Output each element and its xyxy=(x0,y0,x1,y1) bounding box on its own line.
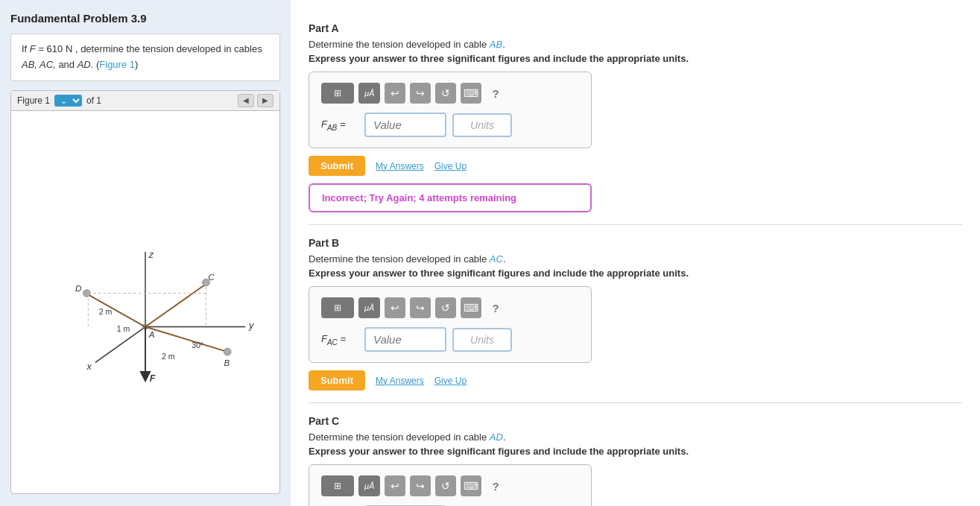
refresh-button-b[interactable]: ↺ xyxy=(435,297,456,318)
figure-body: z y x A B 30° C xyxy=(11,111,279,493)
undo-button-a[interactable]: ↩ xyxy=(385,83,405,104)
svg-text:2 m: 2 m xyxy=(99,308,113,317)
part-a-units-button[interactable]: Units xyxy=(452,113,512,137)
part-a-cable: AB xyxy=(490,39,502,50)
part-a-submit-button[interactable]: Submit xyxy=(309,156,365,176)
part-b-units-button[interactable]: Units xyxy=(452,328,512,352)
grid-button-a[interactable]: ⊞ xyxy=(321,83,354,104)
part-a-actions: Submit My Answers Give Up xyxy=(309,156,962,176)
part-c-answer-box: ⊞ μÅ ↩ ↪ ↺ ⌨ ? FAD = Units xyxy=(309,464,592,506)
refresh-button-a[interactable]: ↺ xyxy=(435,83,456,104)
svg-text:C: C xyxy=(208,273,215,282)
part-c-toolbar: ⊞ μÅ ↩ ↪ ↺ ⌨ ? xyxy=(321,475,579,496)
undo-button-c[interactable]: ↩ xyxy=(385,475,405,496)
part-c-cable: AD xyxy=(490,431,503,443)
grid-button-c[interactable]: ⊞ xyxy=(321,475,354,496)
next-figure-button[interactable]: ▶ xyxy=(257,94,274,107)
part-a-input-row: FAB = Units xyxy=(321,113,579,137)
svg-text:y: y xyxy=(248,321,254,332)
svg-point-9 xyxy=(224,349,231,356)
mu-button-b[interactable]: μÅ xyxy=(358,297,380,318)
part-b-input-row: FAC = Units xyxy=(321,327,579,352)
part-a-value-input[interactable] xyxy=(364,113,446,137)
svg-text:A: A xyxy=(148,330,155,339)
prev-figure-button[interactable]: ◀ xyxy=(238,94,254,107)
figure-diagram: z y x A B 30° C xyxy=(19,216,272,388)
figure-of: of 1 xyxy=(86,95,101,106)
refresh-button-c[interactable]: ↺ xyxy=(435,475,456,496)
part-b-my-answers-button[interactable]: My Answers xyxy=(376,376,424,386)
part-a-answer-box: ⊞ μÅ ↩ ↪ ↺ ⌨ ? FAB = Units xyxy=(309,72,592,148)
svg-line-8 xyxy=(145,327,227,352)
right-panel: Part A Determine the tension developed i… xyxy=(291,0,980,506)
part-b-value-input[interactable] xyxy=(364,327,446,352)
figure-link[interactable]: Figure 1 xyxy=(99,59,135,70)
part-a-feedback: Incorrect; Try Again; 4 attempts remaini… xyxy=(309,183,592,212)
part-a-equation-label: FAB = xyxy=(321,118,358,132)
svg-text:2 m: 2 m xyxy=(162,352,175,361)
svg-line-15 xyxy=(88,295,145,327)
part-b-actions: Submit My Answers Give Up xyxy=(309,370,962,390)
part-b-give-up-button[interactable]: Give Up xyxy=(434,376,467,386)
svg-line-12 xyxy=(145,284,206,327)
part-b-equation-label: FAC = xyxy=(321,333,358,347)
left-panel: Fundamental Problem 3.9 If F = 610 N , d… xyxy=(0,0,291,506)
help-button-c[interactable]: ? xyxy=(486,475,505,496)
keyboard-button-a[interactable]: ⌨ xyxy=(461,83,481,104)
help-button-b[interactable]: ? xyxy=(486,297,505,318)
svg-text:z: z xyxy=(148,250,154,260)
problem-description: If F = 610 N , determine the tension dev… xyxy=(10,34,280,81)
part-b-submit-button[interactable]: Submit xyxy=(309,370,365,390)
part-a-give-up-button[interactable]: Give Up xyxy=(434,161,467,171)
undo-button-b[interactable]: ↩ xyxy=(385,297,405,318)
redo-button-b[interactable]: ↪ xyxy=(410,297,431,318)
part-a-toolbar: ⊞ μÅ ↩ ↪ ↺ ⌨ ? xyxy=(321,83,579,104)
grid-button-b[interactable]: ⊞ xyxy=(321,297,354,318)
part-c-instruction: Express your answer to three significant… xyxy=(309,446,962,457)
redo-button-a[interactable]: ↪ xyxy=(410,83,431,104)
part-b-toolbar: ⊞ μÅ ↩ ↪ ↺ ⌨ ? xyxy=(321,297,579,318)
svg-text:30°: 30° xyxy=(192,341,203,350)
part-a-instruction: Express your answer to three significant… xyxy=(309,53,962,64)
part-a-title: Part A xyxy=(309,22,962,34)
figure-select[interactable]: ⌄ xyxy=(54,95,82,107)
part-a-section: Part A Determine the tension developed i… xyxy=(309,10,962,225)
svg-text:x: x xyxy=(86,361,92,372)
figure-label: Figure 1 xyxy=(17,95,50,106)
svg-text:D: D xyxy=(75,284,81,293)
keyboard-button-c[interactable]: ⌨ xyxy=(461,475,481,496)
svg-text:1 m: 1 m xyxy=(117,325,130,334)
part-b-answer-box: ⊞ μÅ ↩ ↪ ↺ ⌨ ? FAC = Units xyxy=(309,286,592,363)
part-c-title: Part C xyxy=(309,415,962,427)
part-b-section: Part B Determine the tension developed i… xyxy=(309,225,962,403)
svg-text:F: F xyxy=(150,374,156,385)
part-b-instruction: Express your answer to three significant… xyxy=(309,268,962,279)
figure-container: Figure 1 ⌄ of 1 ◀ ▶ z y x xyxy=(10,90,280,494)
help-button-a[interactable]: ? xyxy=(486,83,505,104)
part-b-subtitle: Determine the tension developed in cable… xyxy=(309,253,962,265)
part-a-subtitle: Determine the tension developed in cable… xyxy=(309,39,962,50)
part-c-section: Part C Determine the tension developed i… xyxy=(309,403,962,506)
redo-button-c[interactable]: ↪ xyxy=(410,475,431,496)
mu-button-c[interactable]: μÅ xyxy=(358,475,380,496)
part-a-my-answers-button[interactable]: My Answers xyxy=(376,161,424,171)
figure-header: Figure 1 ⌄ of 1 ◀ ▶ xyxy=(11,91,279,111)
keyboard-button-b[interactable]: ⌨ xyxy=(461,297,481,318)
figure-arrows: ◀ ▶ xyxy=(238,94,274,107)
mu-button-a[interactable]: μÅ xyxy=(358,83,380,104)
problem-title: Fundamental Problem 3.9 xyxy=(10,12,280,25)
part-b-title: Part B xyxy=(309,237,962,249)
part-c-subtitle: Determine the tension developed in cable… xyxy=(309,431,962,443)
part-b-cable: AC xyxy=(490,253,503,265)
svg-text:B: B xyxy=(224,359,230,368)
